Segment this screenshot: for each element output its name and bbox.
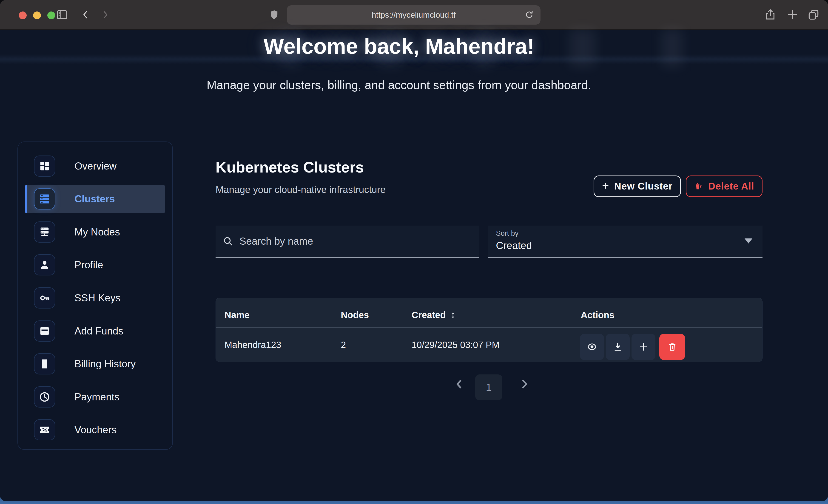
sidebar-item-billing-history[interactable]: Billing History (25, 350, 165, 378)
plus-icon: + (602, 179, 609, 193)
address-bar[interactable]: https://myceliumcloud.tf (287, 5, 540, 25)
desktop-background: https://myceliumcloud.tf (0, 0, 828, 504)
add-node-button[interactable] (631, 334, 655, 360)
delete-all-label: Delete All (708, 181, 754, 192)
sidebar-item-clusters[interactable]: Clusters (25, 185, 165, 213)
privacy-shield-icon (268, 9, 280, 20)
next-page-icon[interactable] (518, 378, 531, 390)
sort-selected-value: Created (496, 240, 532, 251)
column-header-nodes: Nodes (341, 310, 369, 320)
sidebar-item-label: Overview (75, 160, 117, 172)
sidebar-item-label: Profile (75, 259, 103, 270)
previous-page-icon[interactable] (453, 378, 466, 390)
cluster-created-cell: 10/29/2025 03:07 PM (412, 340, 500, 350)
key-icon (34, 287, 55, 308)
maximize-window-button[interactable] (47, 11, 55, 19)
sort-updown-icon (449, 311, 457, 319)
sidebar-item-add-funds[interactable]: Add Funds (25, 317, 165, 345)
eye-icon (587, 342, 597, 352)
sidebar-item-profile[interactable]: Profile (25, 251, 165, 279)
page-title: Welcome back, Mahendra! (0, 34, 798, 59)
back-icon[interactable] (80, 9, 91, 20)
chevron-down-icon (745, 239, 752, 244)
column-header-name: Name (224, 310, 250, 320)
hero-section: Welcome back, Mahendra! Manage your clus… (0, 30, 798, 92)
clusters-table: Name Nodes Created Actions Mahendr (215, 298, 762, 362)
sidebar-item-vouchers[interactable]: Vouchers (25, 416, 165, 444)
sidebar-item-label: Billing History (75, 358, 136, 370)
forward-icon[interactable] (100, 9, 111, 20)
sidebar-item-ssh-keys[interactable]: SSH Keys (25, 284, 165, 312)
main-content: Kubernetes Clusters Manage your cloud-na… (215, 159, 762, 195)
sidebar-item-my-nodes[interactable]: My Nodes (25, 218, 165, 246)
sort-by-label: Sort by (496, 229, 519, 238)
table-divider (216, 327, 762, 328)
receipt-icon (34, 353, 55, 374)
sidebar-item-label: Payments (75, 391, 120, 403)
delete-cluster-button[interactable] (659, 334, 685, 360)
trash-icon (694, 182, 703, 191)
nodes-icon (34, 221, 55, 243)
pagination: 1 (215, 374, 762, 402)
plus-icon (638, 342, 649, 352)
new-tab-icon[interactable] (786, 8, 799, 21)
sidebar-item-label: My Nodes (75, 226, 120, 238)
sidebar-nav: Overview Clusters (17, 141, 173, 450)
page-number-button[interactable]: 1 (475, 374, 502, 400)
search-box[interactable] (215, 225, 479, 258)
new-cluster-label: New Cluster (614, 181, 673, 192)
view-cluster-button[interactable] (580, 334, 604, 360)
section-title: Kubernetes Clusters (215, 159, 762, 176)
clock-icon (34, 386, 55, 408)
sidebar-item-label: Vouchers (75, 424, 117, 435)
cluster-name-cell: Mahendra123 (224, 340, 281, 350)
sort-select[interactable]: Sort by Created (488, 225, 762, 258)
browser-toolbar: https://myceliumcloud.tf (0, 0, 828, 30)
trash-icon (667, 342, 677, 352)
url-text: https://myceliumcloud.tf (372, 10, 456, 19)
reload-icon[interactable] (524, 10, 535, 20)
tab-overview-icon[interactable] (807, 8, 820, 21)
column-header-created[interactable]: Created (412, 310, 457, 320)
download-icon (613, 342, 623, 352)
sidebar-item-overview[interactable]: Overview (25, 152, 165, 180)
created-header-label: Created (412, 310, 446, 320)
share-icon[interactable] (764, 8, 777, 21)
sidebar-toggle-icon[interactable] (55, 8, 69, 21)
sidebar-item-payments[interactable]: Payments (25, 383, 165, 411)
page-subtitle: Manage your clusters, billing, and accou… (0, 78, 798, 92)
new-cluster-button[interactable]: + New Cluster (593, 175, 681, 197)
user-icon (34, 254, 55, 276)
sidebar-item-label: Add Funds (75, 325, 123, 337)
minimize-window-button[interactable] (33, 11, 41, 19)
servers-icon (34, 188, 55, 210)
browser-window: https://myceliumcloud.tf (0, 0, 828, 501)
download-kubeconfig-button[interactable] (606, 334, 630, 360)
filter-bar: Sort by Created (215, 225, 762, 258)
close-window-button[interactable] (19, 11, 27, 19)
cluster-nodes-cell: 2 (341, 340, 346, 350)
voucher-icon (34, 419, 55, 440)
dashboard-icon (34, 156, 55, 177)
sidebar-item-label: Clusters (75, 193, 115, 205)
search-input[interactable] (240, 236, 460, 247)
sidebar-item-label: SSH Keys (75, 292, 121, 304)
delete-all-button[interactable]: Delete All (686, 175, 762, 197)
wallet-icon (34, 321, 55, 342)
search-icon (222, 236, 234, 247)
column-header-actions: Actions (581, 310, 615, 320)
